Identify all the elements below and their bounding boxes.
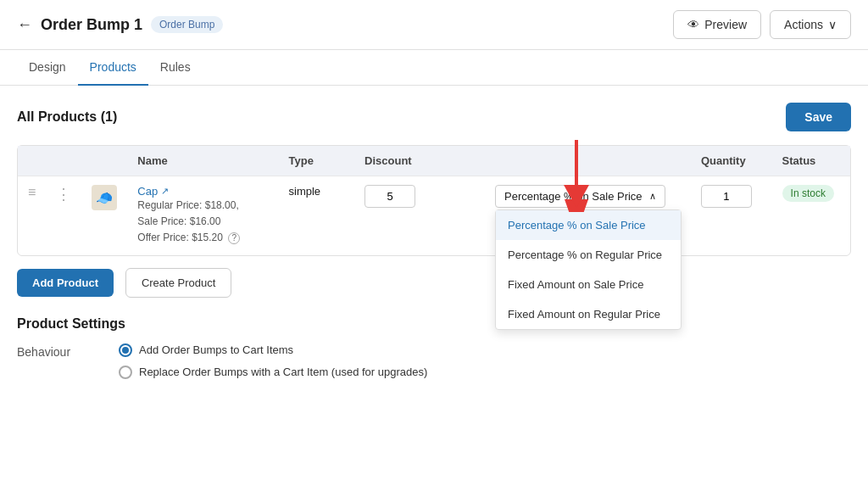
dropdown-option-2[interactable]: Fixed Amount on Sale Price [496,270,681,299]
discount-type-dropdown-wrapper: Percentage % on Sale Price ∧ Percentage … [495,185,665,208]
dropdown-option-3[interactable]: Fixed Amount on Regular Price [496,299,681,329]
product-settings-section: Product Settings Behaviour Add Order Bum… [17,316,851,379]
chevron-down-icon: ∨ [828,18,837,31]
row-more-actions[interactable]: ⋮ [46,176,81,255]
discount-type-selected: Percentage % on Sale Price [504,190,643,203]
products-table-container: Name Type Discount Quantity Status ≡ ⋮ 🧢 [17,145,851,256]
behaviour-setting-row: Behaviour Add Order Bumps to Cart Items … [17,343,851,379]
col-header-type: Type [279,146,355,176]
discount-type-menu: Percentage % on Sale Price Percentage % … [495,209,682,330]
behaviour-label: Behaviour [17,343,102,359]
preview-button[interactable]: 👁 Preview [673,10,761,39]
create-product-button[interactable]: Create Product [125,268,231,298]
tab-products[interactable]: Products [78,50,148,86]
actions-button[interactable]: Actions ∨ [770,10,851,39]
product-name-text[interactable]: Cap [137,185,158,198]
dropdown-chevron-icon: ∧ [649,191,656,202]
col-header-name: Name [127,146,278,176]
radio-group-behaviour: Add Order Bumps to Cart Items Replace Or… [119,343,427,379]
product-regular-price: Regular Price: $18.00, [137,198,268,214]
table-row: ≡ ⋮ 🧢 Cap ↗ Regular Price: $18.00, Sale … [18,176,850,255]
main-content: All Products (1) Save Name Type Discount… [0,86,868,406]
col-header-discount-type [485,146,691,176]
settings-title: Product Settings [17,316,851,332]
product-thumbnail: 🧢 [81,176,127,255]
discount-input[interactable] [364,185,415,208]
product-name-cell: Cap ↗ Regular Price: $18.00, Sale Price:… [127,176,278,255]
col-header-discount: Discount [354,146,485,176]
product-name: Cap ↗ [137,185,268,198]
product-sale-price: Sale Price: $16.00 [137,214,268,230]
eye-icon: 👁 [687,18,699,31]
product-type-cell: simple [279,176,355,255]
drag-handle[interactable]: ≡ [18,176,46,255]
col-drag [18,146,46,176]
discount-type-trigger[interactable]: Percentage % on Sale Price ∧ [495,185,665,208]
col-header-status: Status [772,146,850,176]
product-offer-price: Offer Price: $15.20 ? [137,230,268,246]
radio-circle-unchecked [119,366,132,379]
tab-rules[interactable]: Rules [148,50,203,86]
save-button[interactable]: Save [786,103,851,131]
products-table: Name Type Discount Quantity Status ≡ ⋮ 🧢 [18,146,850,255]
tab-design[interactable]: Design [17,50,78,86]
quantity-input[interactable] [701,185,752,208]
product-details: Cap ↗ Regular Price: $18.00, Sale Price:… [137,185,268,247]
product-discount-type-cell: Percentage % on Sale Price ∧ Percentage … [485,176,691,255]
add-product-button[interactable]: Add Product [17,269,114,297]
actions-label: Actions [784,18,823,31]
header: ← Order Bump 1 Order Bump 👁 Preview Acti… [0,0,868,50]
radio-circle-checked [119,343,132,357]
product-actions: Add Product Create Product [17,268,851,298]
radio-label-replace: Replace Order Bumps with a Cart Item (us… [139,366,427,378]
external-link-icon[interactable]: ↗ [161,186,169,197]
products-header: All Products (1) Save [17,103,851,131]
status-badge: In stock [782,185,834,202]
dropdown-option-1[interactable]: Percentage % on Regular Price [496,240,681,270]
header-left: ← Order Bump 1 Order Bump [17,16,223,34]
tabs-bar: Design Products Rules [0,50,868,86]
back-button[interactable]: ← [17,16,32,34]
product-thumb-image: 🧢 [92,185,117,210]
help-icon[interactable]: ? [228,232,240,244]
product-quantity-cell [691,176,772,255]
products-section-title: All Products (1) [17,109,117,125]
radio-option-add[interactable]: Add Order Bumps to Cart Items [119,343,427,357]
order-bump-badge: Order Bump [151,16,223,33]
product-discount-cell [354,176,485,255]
col-thumb [81,146,127,176]
offer-price-text: Offer Price: $15.20 [137,232,223,243]
preview-label: Preview [704,18,747,31]
col-header-quantity: Quantity [691,146,772,176]
radio-option-replace[interactable]: Replace Order Bumps with a Cart Item (us… [119,366,427,379]
dropdown-option-0[interactable]: Percentage % on Sale Price [496,210,681,240]
radio-label-add: Add Order Bumps to Cart Items [139,343,293,356]
page-title: Order Bump 1 [41,16,142,34]
product-status-cell: In stock [772,176,850,255]
col-actions [46,146,81,176]
header-right: 👁 Preview Actions ∨ [673,10,851,39]
